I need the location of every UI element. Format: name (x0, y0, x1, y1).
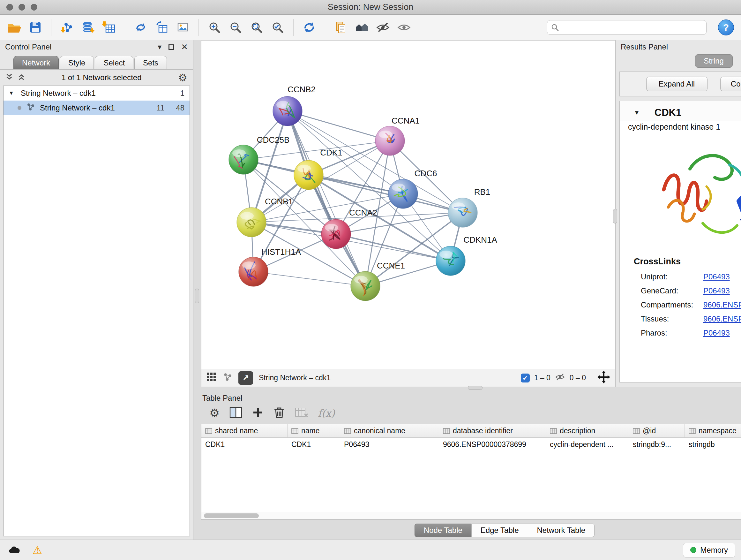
home-view-button[interactable] (353, 18, 371, 37)
tab-network-table[interactable]: Network Table (528, 523, 595, 537)
minimize-window-button[interactable] (18, 4, 25, 10)
network-node-cdkn1a[interactable]: CDKN1A (436, 235, 497, 275)
expand-all-button[interactable]: Expand All (646, 77, 708, 91)
collapse-panel-icon[interactable]: ▾ (158, 43, 161, 51)
network-options-gear-icon[interactable]: ⚙ (178, 72, 187, 83)
export-image-button[interactable] (174, 18, 192, 37)
copy-document-button[interactable] (332, 18, 350, 37)
collapse-protein-icon[interactable]: ▼ (634, 109, 640, 116)
uniprot-link[interactable]: P06493 (703, 272, 730, 281)
network-node-rb1[interactable]: RB1 (448, 187, 490, 227)
status-bar: ⚠ Memory (0, 540, 741, 560)
add-column-icon[interactable] (252, 407, 264, 420)
pan-mode-icon[interactable] (597, 371, 610, 385)
toolbar-separator (125, 19, 125, 36)
network-graph[interactable]: CCNB2CCNA1CDC25BCDK1CDC6RB1CCNB1CCNA2CDK… (201, 41, 540, 368)
import-network-database-button[interactable] (79, 18, 97, 37)
tab-select[interactable]: Select (95, 56, 133, 69)
pharos-link[interactable]: P06493 (703, 328, 730, 337)
node-label-ccnb1: CCNB1 (265, 197, 293, 206)
column-header[interactable]: canonical name (340, 424, 439, 437)
network-canvas[interactable]: CCNB2CCNA1CDC25BCDK1CDC6RB1CCNB1CCNA2CDK… (201, 41, 615, 369)
help-button[interactable]: ? (718, 19, 734, 36)
warnings-button[interactable]: ⚠ (29, 543, 46, 557)
detach-view-button[interactable]: ↗ (239, 371, 253, 385)
results-buttons-bar: Expand All Collapse All (619, 71, 741, 97)
tab-sets[interactable]: Sets (134, 56, 167, 69)
panel-splitter-handle[interactable] (195, 289, 199, 303)
column-header[interactable]: database identifier (439, 424, 546, 437)
cloud-button[interactable] (6, 543, 23, 557)
table-splitter-handle[interactable] (468, 386, 482, 390)
apply-layout-button[interactable] (300, 18, 319, 37)
column-header[interactable]: name (287, 424, 340, 437)
crosslink-label: Uniprot: (641, 272, 703, 281)
delete-column-icon[interactable] (273, 406, 285, 420)
export-network-button[interactable] (152, 18, 171, 37)
table-options-gear-icon[interactable]: ⚙ (209, 408, 219, 419)
network-collection-row[interactable]: ▼ String Network – cdk1 1 (3, 86, 190, 101)
tab-network[interactable]: Network (13, 56, 59, 69)
network-row[interactable]: String Network – cdk1 11 48 (3, 101, 190, 115)
expand-all-networks-icon[interactable] (6, 73, 13, 82)
cell-id: stringdb:9... (629, 438, 685, 452)
import-network-file-button[interactable] (58, 18, 76, 37)
column-header[interactable]: namespace (685, 424, 741, 437)
main-area: Control Panel ▾ ✕ Network Style Select S… (0, 40, 741, 540)
selected-checkbox-icon[interactable]: ✔ (521, 374, 530, 382)
horizontal-scrollbar[interactable] (201, 512, 741, 519)
close-window-button[interactable] (6, 4, 13, 10)
node-label-rb1: RB1 (474, 187, 490, 197)
hide-details-button[interactable] (374, 18, 392, 37)
tab-node-table[interactable]: Node Table (414, 523, 472, 537)
zoom-out-button[interactable] (226, 18, 245, 37)
zoom-fit-content-button[interactable] (247, 18, 266, 37)
tissues-link[interactable]: 9606.ENSP00000378699 (703, 314, 741, 323)
node-label-cdkn1a: CDKN1A (463, 235, 497, 245)
search-input[interactable] (547, 20, 706, 35)
network-node-count: 11 (156, 104, 164, 112)
table-row[interactable]: CDK1 CDK1 P06493 9606.ENSP00000378699 cy… (201, 438, 741, 452)
network-list-toolbar: 1 of 1 Network selected ⚙ (0, 70, 193, 85)
results-splitter-handle[interactable] (613, 209, 617, 224)
tab-style[interactable]: Style (60, 56, 94, 69)
toolbar-separator (325, 19, 325, 36)
open-session-button[interactable] (5, 18, 23, 37)
show-columns-icon[interactable] (229, 407, 243, 420)
save-session-button[interactable] (26, 18, 45, 37)
control-panel-tabs: Network Style Select Sets (0, 54, 193, 70)
close-panel-icon[interactable]: ✕ (181, 43, 188, 51)
compartments-link[interactable]: 9606.ENSP00000378699 (703, 300, 741, 309)
network-edge-count: 48 (176, 104, 185, 112)
search-icon (551, 23, 559, 33)
network-share-icon[interactable] (222, 372, 232, 384)
column-header[interactable]: @id (629, 424, 685, 437)
tab-edge-table[interactable]: Edge Table (471, 523, 528, 537)
maximize-window-button[interactable] (30, 4, 37, 10)
column-header[interactable]: description (546, 424, 629, 437)
show-details-button[interactable] (395, 18, 413, 37)
network-node-hist1h1a[interactable]: HIST1H1A (239, 247, 301, 287)
zoom-in-button[interactable] (205, 18, 224, 37)
network-node-ccna1[interactable]: CCNA1 (375, 116, 420, 155)
float-panel-icon[interactable] (169, 44, 174, 50)
tab-string[interactable]: String (695, 54, 733, 68)
collapse-all-button[interactable]: Collapse All (720, 77, 741, 91)
collapse-all-networks-icon[interactable] (18, 73, 25, 82)
new-network-selection-button[interactable] (131, 18, 150, 37)
hidden-eye-icon[interactable] (555, 372, 565, 384)
image-icon (176, 20, 190, 35)
scrollbar-thumb[interactable] (204, 513, 259, 518)
grid-view-icon[interactable] (206, 372, 217, 384)
column-header[interactable]: shared name (201, 424, 287, 437)
network-node-ccnb2[interactable]: CCNB2 (273, 84, 316, 126)
crosslink-row: Compartments: 9606.ENSP00000378699 (620, 298, 741, 312)
collection-disclosure-icon[interactable]: ▼ (9, 90, 16, 97)
memory-button[interactable]: Memory (683, 543, 735, 557)
network-node-ccne1[interactable]: CCNE1 (351, 261, 405, 301)
genecard-link[interactable]: P06493 (703, 287, 730, 295)
zoom-selected-region-button[interactable] (268, 18, 287, 37)
node-label-ccna2: CCNA2 (349, 208, 377, 217)
right-area: CCNB2CCNA1CDC25BCDK1CDC6RB1CCNB1CCNA2CDK… (193, 40, 741, 540)
import-table-button[interactable] (100, 18, 118, 37)
